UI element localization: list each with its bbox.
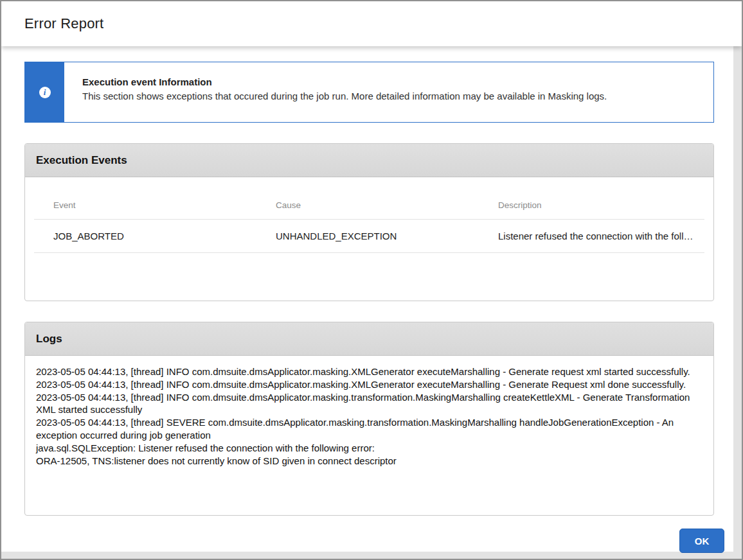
dialog-header: Error Report (1, 1, 742, 46)
execution-events-panel: Execution Events Event Cause Description… (24, 143, 714, 301)
dialog-footer: OK (24, 529, 724, 553)
info-icon-block (25, 62, 64, 122)
table-row: JOB_ABORTED UNHANDLED_EXCEPTION Listener… (34, 220, 704, 253)
log-line: 2023-05-05 04:44:13, [thread] INFO com.d… (36, 378, 703, 391)
execution-events-panel-header: Execution Events (25, 144, 713, 177)
execution-events-table: Event Cause Description JOB_ABORTED UNHA… (34, 186, 704, 253)
info-banner-description: This section shows exceptions that occur… (82, 91, 607, 101)
column-header-description: Description (479, 186, 704, 220)
ok-button[interactable]: OK (679, 529, 724, 553)
logs-panel-header: Logs (25, 322, 713, 356)
logs-panel: Logs 2023-05-05 04:44:13, [thread] INFO … (24, 322, 714, 516)
cause-cell: UNHANDLED_EXCEPTION (256, 220, 479, 253)
description-cell: Listener refused the connection with the… (479, 220, 704, 253)
log-line: 2023-05-05 04:44:13, [thread] INFO com.d… (36, 391, 703, 417)
log-line: java.sql.SQLException: Listener refused … (36, 442, 703, 455)
info-text: Execution event Information This section… (64, 62, 620, 122)
error-report-dialog: Error Report Execution event Information… (0, 0, 743, 560)
execution-events-panel-body: Event Cause Description JOB_ABORTED UNHA… (25, 177, 713, 301)
event-cell: JOB_ABORTED (34, 220, 256, 253)
log-line: ORA-12505, TNS:listener does not current… (36, 455, 703, 468)
info-icon (39, 87, 51, 98)
logs-panel-title: Logs (36, 333, 62, 346)
dialog-title: Error Report (24, 15, 103, 32)
log-line: 2023-05-05 04:44:13, [thread] INFO com.d… (36, 365, 703, 378)
log-line: 2023-05-05 04:44:13, [thread] SEVERE com… (36, 416, 703, 442)
column-header-event: Event (34, 186, 256, 220)
info-banner-title: Execution event Information (82, 76, 607, 87)
column-header-cause: Cause (256, 186, 479, 220)
dialog-body: Execution event Information This section… (1, 46, 742, 553)
table-header-row: Event Cause Description (34, 186, 704, 220)
info-banner: Execution event Information This section… (24, 62, 714, 123)
logs-content[interactable]: 2023-05-05 04:44:13, [thread] INFO com.d… (25, 356, 713, 515)
execution-events-panel-title: Execution Events (36, 154, 127, 167)
